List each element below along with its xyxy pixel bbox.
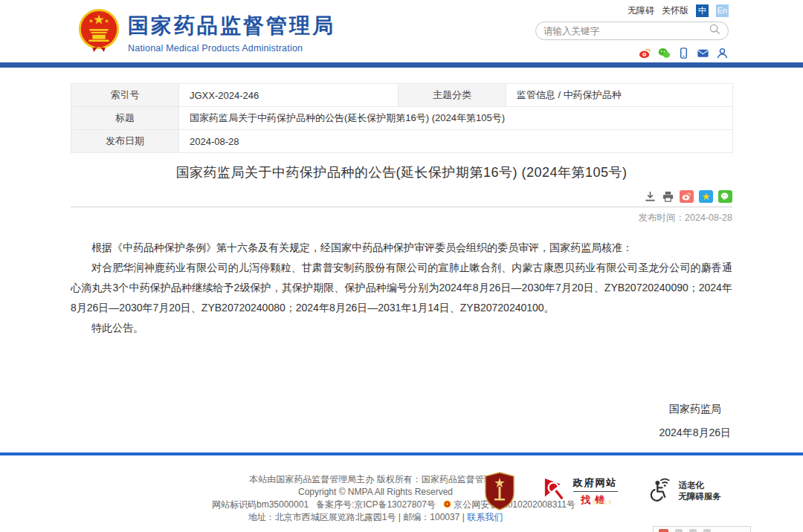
- print-icon[interactable]: [662, 190, 674, 203]
- footer-site-code: 网站标识码bm35000001: [212, 499, 309, 510]
- header-divider-bar: [0, 62, 803, 68]
- footer-address: 地址：北京市西城区展览路北露园1号 | 邮编：100037 |: [248, 512, 465, 522]
- topic-label: 主题分类: [399, 84, 506, 107]
- wechat-icon[interactable]: [658, 47, 671, 59]
- widget-gray-icon[interactable]: [703, 529, 711, 532]
- mobile-icon[interactable]: [677, 47, 690, 59]
- floating-toolbar-partial[interactable]: [653, 526, 751, 532]
- site-name: 国家药品监督管理局: [128, 12, 335, 40]
- accessibility-link[interactable]: 无障碍: [628, 4, 654, 17]
- content-area: 索引号 JGXX-2024-246 主题分类 监管信息 / 中药保护品种 标题 …: [71, 83, 732, 468]
- share-weibo-icon[interactable]: [680, 190, 694, 203]
- footer-icp-number: 备案序号:京ICP备13027807号: [316, 499, 436, 510]
- search-input[interactable]: [544, 26, 709, 36]
- widget-gray-icon[interactable]: [675, 529, 683, 532]
- table-row: 标题 国家药监局关于中药保护品种的公告(延长保护期第16号) (2024年第10…: [71, 107, 733, 130]
- site-title-block: 国家药品监督管理局 National Medical Products Admi…: [128, 12, 335, 53]
- user-icon[interactable]: [716, 47, 729, 59]
- site-footer: 本站由国家药品监督管理局主办 版权所有：国家药品监督管理局 Copyright …: [0, 452, 803, 532]
- site-header: 国家药品监督管理局 National Medical Products Admi…: [0, 0, 803, 62]
- footer-address-line: 地址：北京市西城区展览路北露园1号 | 邮编：100037 | 联系我们: [212, 511, 539, 524]
- paragraph: 根据《中药品种保护条例》第十六条及有关规定，经国家中药品种保护审评委员会组织的委…: [71, 238, 732, 258]
- table-row: 索引号 JGXX-2024-246 主题分类 监管信息 / 中药保护品种: [71, 84, 733, 107]
- publish-time: 发布时间：2024-08-28: [71, 212, 732, 224]
- gov-website-label: 政府网站: [573, 476, 618, 492]
- topic-value: 监管信息 / 中药保护品种: [506, 84, 733, 107]
- gov-badge-label: 党政机关: [484, 499, 722, 506]
- article-body: 根据《中药品种保护条例》第十六条及有关规定，经国家中药品种保护审评委员会组织的委…: [71, 238, 732, 338]
- date-label: 发布日期: [71, 130, 179, 153]
- mail-icon[interactable]: [697, 47, 709, 59]
- widget-gray-icon[interactable]: [689, 529, 697, 532]
- share-wechat-icon[interactable]: [718, 190, 732, 203]
- title-value: 国家药监局关于中药保护品种的公告(延长保护期第16号) (2024年第105号): [179, 107, 733, 130]
- title-separator: [71, 207, 732, 207]
- footer-badges: 党政机关 政府网站 找错: [484, 472, 722, 510]
- lang-toggle-zh[interactable]: 中: [696, 4, 709, 17]
- weibo-icon[interactable]: [639, 47, 651, 59]
- lang-toggle-en[interactable]: En: [716, 4, 729, 17]
- table-row: 发布日期 2024-08-28: [71, 130, 733, 153]
- elderly-label: 适老化: [679, 480, 722, 491]
- public-security-badge-icon: [443, 499, 451, 507]
- signature-block: 国家药监局 2024年8月26日: [659, 403, 731, 440]
- search-icon[interactable]: [709, 24, 720, 38]
- date-value: 2024-08-28: [179, 130, 733, 153]
- paragraph: 特此公告。: [71, 318, 732, 338]
- index-value: JGXX-2024-246: [179, 84, 399, 107]
- paragraph: 对合肥华润神鹿药业有限公司的儿泻停颗粒、甘肃普安制药股份有限公司的宣肺止嗽合剂、…: [71, 258, 732, 318]
- share-qzone-icon[interactable]: ★: [699, 190, 713, 203]
- site-name-en: National Medical Products Administration: [128, 43, 335, 53]
- page-title: 国家药监局关于中药保护品种的公告(延长保护期第16号) (2024年第105号): [71, 163, 732, 181]
- widget-red-icon[interactable]: [659, 529, 668, 532]
- document-meta-table: 索引号 JGXX-2024-246 主题分类 监管信息 / 中药保护品种 标题 …: [71, 83, 733, 153]
- index-label: 索引号: [71, 84, 179, 107]
- article-tools: ★: [71, 189, 732, 203]
- care-version-link[interactable]: 关怀版: [662, 4, 688, 17]
- contact-us-link[interactable]: 联系我们: [467, 512, 503, 522]
- title-label: 标题: [71, 107, 179, 130]
- download-icon[interactable]: [644, 190, 657, 203]
- signature-date: 2024年8月26日: [659, 426, 731, 440]
- gov-agency-badge[interactable]: 党政机关: [484, 472, 515, 510]
- search-box[interactable]: [535, 22, 729, 40]
- nmpa-emblem-logo: [77, 7, 120, 53]
- signature-org: 国家药监局: [659, 403, 731, 416]
